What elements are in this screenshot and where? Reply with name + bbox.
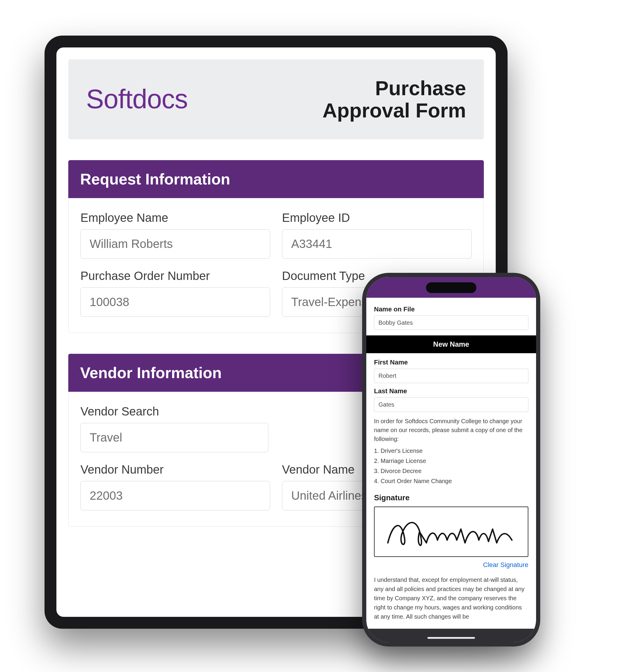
phone-content: Name on File New Name First Name Last Na…	[366, 298, 536, 621]
form-title: Purchase Approval Form	[322, 77, 466, 122]
instruction-text: In order for Softdocs Community College …	[374, 417, 528, 443]
input-first-name[interactable]	[374, 369, 528, 383]
label-last-name: Last Name	[374, 387, 528, 395]
phone-device: Name on File New Name First Name Last Na…	[362, 273, 540, 647]
home-indicator	[427, 637, 475, 639]
field-employee-name: Employee Name	[81, 211, 270, 259]
doc-item-3: 3. Divorce Decree	[374, 466, 528, 476]
banner-new-name: New Name	[366, 335, 536, 353]
input-name-on-file[interactable]	[374, 315, 528, 330]
doc-item-2: 2. Marriage License	[374, 456, 528, 466]
label-po-number: Purchase Order Number	[81, 269, 270, 283]
input-vendor-search[interactable]	[81, 423, 268, 452]
signature-pad[interactable]	[374, 507, 528, 557]
label-employee-name: Employee Name	[81, 211, 270, 225]
phone-bottombar	[366, 629, 536, 642]
input-employee-id[interactable]	[282, 229, 472, 259]
form-header: Softdocs Purchase Approval Form	[68, 59, 484, 139]
label-first-name: First Name	[374, 359, 528, 366]
phone-screen: Name on File New Name First Name Last Na…	[366, 277, 536, 642]
signature-icon	[382, 512, 520, 552]
field-po-number: Purchase Order Number	[81, 269, 270, 317]
phone-notch	[426, 282, 477, 293]
doc-item-1: 1. Driver's License	[374, 446, 528, 456]
label-signature: Signature	[374, 493, 528, 502]
form-title-line1: Purchase	[375, 77, 466, 99]
section-heading-request: Request Information	[68, 160, 484, 198]
brand-logo: Softdocs	[86, 84, 188, 115]
label-vendor-number: Vendor Number	[81, 463, 270, 476]
doc-item-4: 4. Court Order Name Change	[374, 476, 528, 486]
clear-signature-link[interactable]: Clear Signature	[374, 561, 528, 569]
label-employee-id: Employee ID	[282, 211, 472, 225]
input-po-number[interactable]	[81, 287, 270, 317]
required-documents-list: 1. Driver's License 2. Marriage License …	[374, 446, 528, 486]
field-vendor-number: Vendor Number	[81, 463, 270, 510]
form-title-line2: Approval Form	[322, 99, 466, 122]
input-last-name[interactable]	[374, 397, 528, 412]
input-vendor-number[interactable]	[81, 481, 270, 510]
input-employee-name[interactable]	[81, 229, 270, 259]
disclaimer-text: I understand that, except for employment…	[374, 575, 528, 621]
field-employee-id: Employee ID	[282, 211, 472, 259]
label-name-on-file: Name on File	[374, 305, 528, 313]
